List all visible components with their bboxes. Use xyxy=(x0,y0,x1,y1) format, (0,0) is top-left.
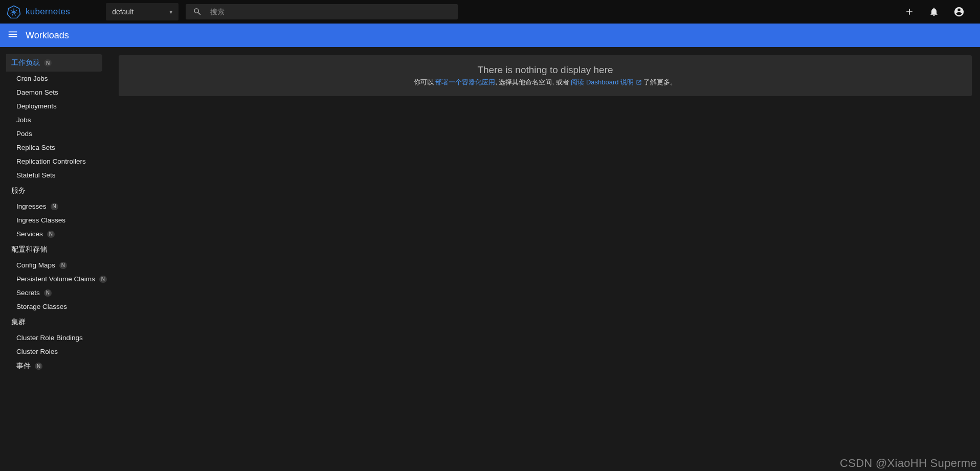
search-bar[interactable] xyxy=(186,4,458,19)
sidebar-item-label: Replica Sets xyxy=(16,144,55,151)
logo[interactable]: kubernetes xyxy=(7,5,70,18)
menu-toggle[interactable] xyxy=(7,29,18,42)
sidebar-item-daemonsets[interactable]: Daemon Sets xyxy=(0,85,110,99)
sidebar: 工作负载 N Cron Jobs Daemon Sets Deployments… xyxy=(0,47,110,471)
sidebar-item-replicasets[interactable]: Replica Sets xyxy=(0,141,110,154)
logo-text: kubernetes xyxy=(26,7,70,17)
sidebar-item-label: Ingress Classes xyxy=(16,216,65,224)
account-icon[interactable] xyxy=(953,6,965,17)
page-title: Workloads xyxy=(26,30,69,41)
sidebar-group-cluster[interactable]: 集群 xyxy=(0,313,110,331)
sidebar-item-jobs[interactable]: Jobs xyxy=(0,113,110,127)
sidebar-item-ingressclasses[interactable]: Ingress Classes xyxy=(0,213,110,227)
sidebar-item-ingresses[interactable]: IngressesN xyxy=(0,199,110,213)
notice-pre-text: 你可以 xyxy=(414,78,436,86)
docs-link[interactable]: 阅读 Dashboard 说明 xyxy=(571,78,641,86)
deploy-link[interactable]: 部署一个容器化应用 xyxy=(435,78,495,86)
sidebar-item-replicationcontrollers[interactable]: Replication Controllers xyxy=(0,154,110,168)
docs-link-label: 阅读 Dashboard 说明 xyxy=(571,78,634,86)
sidebar-item-label: Ingresses xyxy=(16,203,47,210)
sidebar-item-label: 事件 xyxy=(16,362,31,371)
sidebar-item-storageclasses[interactable]: Storage Classes xyxy=(0,300,110,313)
sidebar-item-label: Config Maps xyxy=(16,261,55,269)
sidebar-item-label: Cluster Roles xyxy=(16,348,58,355)
sidebar-item-configmaps[interactable]: Config MapsN xyxy=(0,258,110,272)
sidebar-item-label: Services xyxy=(16,230,43,238)
sidebar-item-label: Secrets xyxy=(16,289,40,297)
sidebar-item-label: Cluster Role Bindings xyxy=(16,334,83,342)
topbar: kubernetes default ▼ xyxy=(0,0,980,24)
sidebar-item-label: Storage Classes xyxy=(16,303,67,310)
namespace-badge: N xyxy=(35,363,42,370)
section-header: Workloads xyxy=(0,24,980,47)
sidebar-item-deployments[interactable]: Deployments xyxy=(0,99,110,113)
search-input[interactable] xyxy=(210,8,451,16)
empty-state-title: There is nothing to display here xyxy=(128,64,963,76)
sidebar-group-config[interactable]: 配置和存储 xyxy=(0,241,110,258)
external-link-icon xyxy=(636,79,642,87)
watermark-text: CSDN @XiaoHH Superme xyxy=(840,457,977,470)
sidebar-group-workloads[interactable]: 工作负载 N xyxy=(6,54,102,72)
sidebar-item-secrets[interactable]: SecretsN xyxy=(0,286,110,300)
topbar-actions xyxy=(904,6,965,17)
svg-line-3 xyxy=(14,10,17,12)
sidebar-item-label: Jobs xyxy=(16,116,31,124)
empty-state-card: There is nothing to display here 你可以 部署一… xyxy=(119,55,972,96)
namespace-selected-value: default xyxy=(112,8,133,16)
namespace-badge: N xyxy=(59,262,67,269)
bell-icon[interactable] xyxy=(929,7,939,17)
content-area: There is nothing to display here 你可以 部署一… xyxy=(110,47,980,471)
namespace-badge: N xyxy=(44,289,52,297)
sidebar-item-statefulsets[interactable]: Stateful Sets xyxy=(0,168,110,182)
sidebar-group-label: 工作负载 xyxy=(11,58,40,68)
sidebar-item-label: Daemon Sets xyxy=(16,88,58,96)
namespace-select[interactable]: default ▼ xyxy=(106,3,179,20)
sidebar-item-cronjobs[interactable]: Cron Jobs xyxy=(0,72,110,85)
sidebar-item-pods[interactable]: Pods xyxy=(0,127,110,141)
sidebar-item-label: Replication Controllers xyxy=(16,158,86,165)
sidebar-group-label: 配置和存储 xyxy=(11,245,47,254)
main-layout: 工作负载 N Cron Jobs Daemon Sets Deployments… xyxy=(0,47,980,471)
sidebar-item-label: Cron Jobs xyxy=(16,75,48,82)
sidebar-item-label: Persistent Volume Claims xyxy=(16,275,95,283)
hamburger-icon xyxy=(7,29,18,40)
sidebar-item-label: Pods xyxy=(16,130,32,138)
namespace-badge: N xyxy=(44,59,52,66)
svg-line-8 xyxy=(11,10,14,12)
sidebar-group-services[interactable]: 服务 xyxy=(0,182,110,199)
search-icon xyxy=(193,7,202,16)
notice-post-text: 了解更多。 xyxy=(642,78,677,86)
kubernetes-logo-icon xyxy=(7,5,20,18)
sidebar-item-clusterrolebindings[interactable]: Cluster Role Bindings xyxy=(0,331,110,345)
namespace-badge: N xyxy=(51,203,58,210)
chevron-down-icon: ▼ xyxy=(168,9,173,15)
sidebar-group-label: 服务 xyxy=(11,186,26,195)
sidebar-item-services[interactable]: ServicesN xyxy=(0,227,110,241)
add-icon[interactable] xyxy=(904,7,915,17)
sidebar-item-clusterroles[interactable]: Cluster Roles xyxy=(0,345,110,358)
sidebar-item-events[interactable]: 事件N xyxy=(0,358,110,374)
empty-state-subtitle: 你可以 部署一个容器化应用, 选择其他命名空间, 或者 阅读 Dashboard… xyxy=(128,78,963,87)
sidebar-item-pvc[interactable]: Persistent Volume ClaimsN xyxy=(0,272,110,286)
sidebar-group-label: 集群 xyxy=(11,318,26,327)
namespace-badge: N xyxy=(47,231,55,238)
namespace-badge: N xyxy=(99,276,107,283)
sidebar-item-label: Deployments xyxy=(16,102,57,110)
notice-mid-text: , 选择其他命名空间, 或者 xyxy=(495,78,571,86)
sidebar-item-label: Stateful Sets xyxy=(16,171,56,179)
